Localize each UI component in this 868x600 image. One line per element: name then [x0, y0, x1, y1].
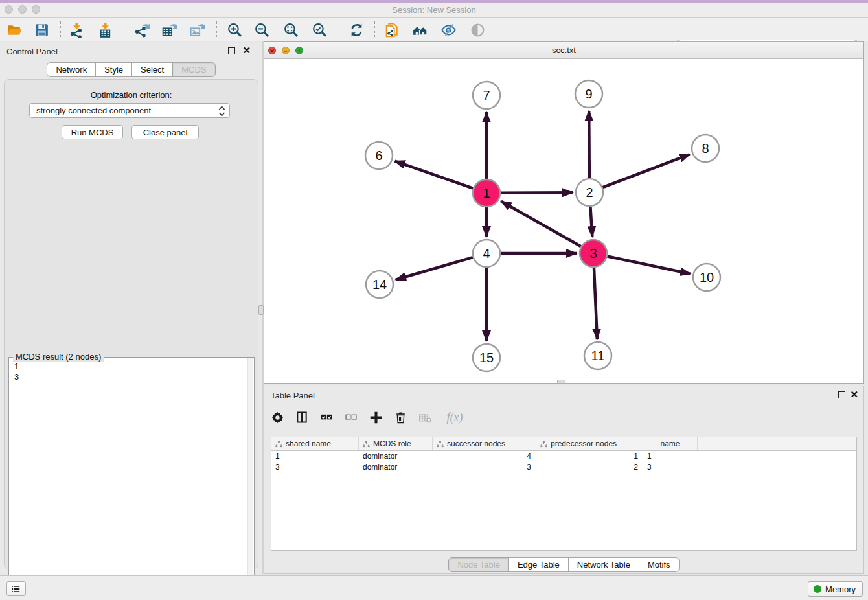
network-node-7[interactable]: 7 — [473, 82, 500, 109]
network-node-15[interactable]: 15 — [473, 344, 500, 371]
window-titlebar: Session: New Session — [0, 3, 868, 18]
network-edge-2-8[interactable] — [603, 154, 690, 187]
float-panel-icon[interactable] — [228, 47, 235, 54]
clone-network-button[interactable] — [383, 21, 401, 39]
svg-text:14: 14 — [372, 277, 387, 292]
function-builder-button[interactable]: f(x) — [442, 410, 468, 425]
open-session-button[interactable] — [5, 21, 23, 39]
tab-edge-table[interactable]: Edge Table — [508, 557, 569, 572]
svg-text:15: 15 — [479, 351, 494, 365]
network-node-4[interactable]: 4 — [473, 240, 500, 267]
control-panel: Control Panel ✕ NetworkStyleSelectMCDS O… — [0, 43, 262, 574]
fx-icon: f(x) — [447, 411, 463, 424]
network-node-14[interactable]: 14 — [366, 271, 393, 298]
add-column-button[interactable] — [368, 410, 383, 425]
table-cell[interactable]: dominator — [359, 451, 433, 462]
network-canvas[interactable]: 7968124314101511 — [264, 59, 863, 383]
zoom-in-button[interactable] — [225, 21, 244, 39]
network-node-10[interactable]: 10 — [693, 264, 720, 291]
network-node-2[interactable]: 2 — [576, 179, 603, 206]
column-header-predecessor-nodes[interactable]: predecessor nodes — [536, 437, 643, 450]
canvas-splitter-handle[interactable] — [557, 380, 565, 384]
import-table-button[interactable] — [96, 21, 114, 39]
panel-splitter-handle[interactable] — [258, 305, 264, 315]
network-edge-3-1[interactable] — [501, 202, 581, 246]
network-node-1[interactable]: 1 — [473, 179, 500, 207]
show-columns-button[interactable] — [294, 410, 310, 425]
tab-node-table[interactable]: Node Table — [448, 557, 509, 572]
criterion-dropdown[interactable]: strongly connected component — [29, 103, 230, 118]
birds-eye-view-button[interactable] — [468, 21, 486, 39]
close-panel-icon[interactable]: ✕ — [242, 45, 251, 56]
open-folder-icon — [6, 22, 23, 38]
refresh-view-button[interactable] — [347, 21, 365, 39]
import-table-icon — [97, 22, 113, 38]
table-close-icon[interactable]: ✕ — [850, 389, 858, 400]
import-network-button[interactable] — [67, 21, 86, 39]
export-network-button[interactable] — [133, 21, 151, 39]
zoom-fit-icon — [283, 22, 299, 38]
table-cell[interactable]: 1 — [536, 451, 643, 462]
column-header-MCDS-role[interactable]: MCDS role — [359, 437, 433, 450]
hide-edges-button[interactable] — [439, 21, 457, 39]
table-cell[interactable]: 2 — [536, 462, 643, 473]
column-header-successor-nodes[interactable]: successor nodes — [433, 437, 536, 450]
table-cell[interactable]: 1 — [271, 451, 359, 462]
export-image-button[interactable] — [188, 21, 206, 39]
network-node-3[interactable]: 3 — [580, 240, 607, 267]
network-node-11[interactable]: 11 — [584, 342, 611, 369]
select-all-button[interactable] — [319, 410, 334, 425]
table-cell[interactable]: 1 — [643, 451, 698, 462]
export-table-button[interactable] — [160, 21, 178, 39]
refresh-icon — [348, 22, 365, 38]
table-cell[interactable]: 3 — [271, 462, 359, 473]
network-edge-2-3[interactable] — [590, 207, 592, 237]
toolbar-separator — [216, 21, 217, 38]
table-cell[interactable]: 3 — [643, 462, 698, 473]
network-node-8[interactable]: 8 — [692, 135, 719, 162]
table-cell[interactable]: 3 — [433, 462, 536, 473]
network-edge-1-6[interactable] — [395, 161, 474, 189]
memory-button[interactable]: Memory — [808, 581, 863, 597]
table-settings-button[interactable] — [269, 410, 285, 425]
tab-style[interactable]: Style — [95, 62, 132, 77]
table-cell[interactable]: dominator — [359, 462, 433, 473]
network-edge-3-11[interactable] — [594, 268, 597, 339]
network-edge-1-2[interactable] — [501, 192, 573, 193]
deselect-all-button[interactable] — [343, 410, 359, 425]
graphics-details-button[interactable] — [411, 21, 429, 39]
tab-network-table[interactable]: Network Table — [568, 557, 639, 572]
network-node-9[interactable]: 9 — [575, 80, 602, 108]
run-mcds-button[interactable]: Run MCDS — [62, 125, 123, 139]
clone-network-icon — [384, 22, 400, 38]
column-header-name[interactable]: name — [643, 437, 698, 450]
zoom-fit-button[interactable] — [282, 21, 300, 39]
network-edge-4-14[interactable] — [396, 257, 473, 280]
network-window-title: scc.txt — [264, 45, 863, 55]
task-history-button[interactable] — [6, 581, 26, 596]
delete-table-button[interactable] — [417, 410, 433, 425]
network-edge-3-10[interactable] — [608, 257, 691, 274]
column-header-shared-name[interactable]: shared name — [271, 437, 359, 450]
table-cell[interactable]: 4 — [433, 451, 536, 462]
table-row[interactable]: 1dominator411 — [271, 451, 856, 462]
tab-motifs[interactable]: Motifs — [639, 557, 680, 572]
network-node-6[interactable]: 6 — [365, 142, 393, 169]
table-float-icon[interactable] — [838, 391, 845, 398]
tab-select[interactable]: Select — [131, 62, 173, 77]
network-edge-2-9[interactable] — [589, 111, 589, 178]
tab-mcds[interactable]: MCDS — [172, 62, 215, 77]
save-session-button[interactable] — [32, 21, 51, 39]
close-panel-button[interactable]: Close panel — [131, 125, 199, 139]
export-table-icon — [161, 22, 177, 38]
tab-network[interactable]: Network — [47, 62, 96, 77]
table-row[interactable]: 3dominator323 — [271, 462, 856, 473]
zoom-out-button[interactable] — [253, 21, 271, 39]
svg-text:8: 8 — [702, 141, 709, 156]
result-scrollbar[interactable] — [247, 358, 253, 600]
houses-icon — [412, 22, 428, 38]
criterion-dropdown-value: strongly connected component — [36, 106, 151, 115]
zoom-selected-button[interactable] — [310, 21, 328, 39]
optimization-criterion-label: Optimization criterion: — [5, 90, 258, 100]
delete-column-button[interactable] — [393, 410, 408, 425]
